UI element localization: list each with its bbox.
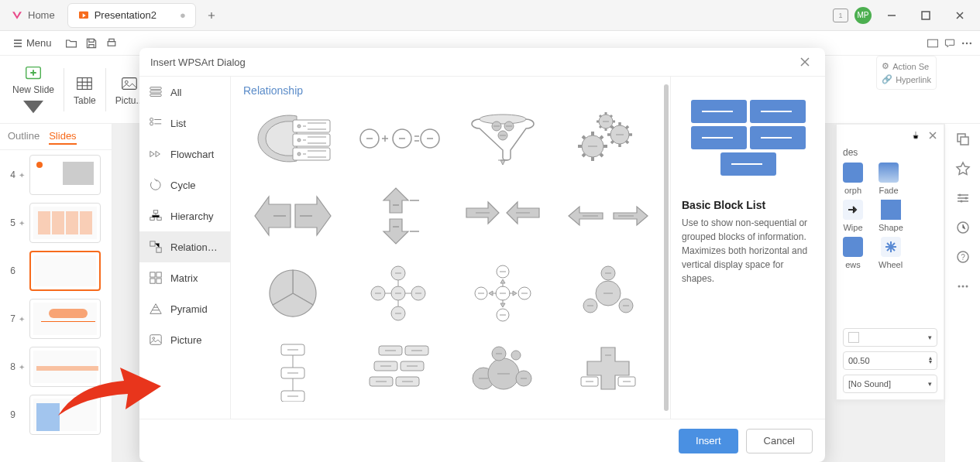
tab-outline[interactable]: Outline [8,128,40,145]
transition-morph[interactable]: orph [843,163,863,195]
maximize-button[interactable] [912,2,940,29]
comment-icon[interactable] [943,36,957,50]
category-all[interactable]: All [139,77,230,108]
diagram-option-opposing-arrows-h[interactable] [243,180,342,252]
diagram-option-org-chart[interactable] [243,335,342,406]
svg-point-24 [961,286,964,288]
sliders-icon[interactable] [955,190,971,206]
category-hierarchy[interactable]: Hierarchy [139,200,230,231]
diagram-option-nested-rings[interactable] [243,103,342,174]
svg-rect-16 [961,137,968,145]
diagram-option-funnel[interactable] [454,103,553,174]
right-ribbon-group: ⚙Action Se 🔗Hyperlink [876,56,937,90]
svg-point-45 [297,125,301,128]
pin-icon[interactable] [911,131,920,142]
diagram-option-staggered[interactable] [349,335,448,406]
titlebar: Home Presentation2 ● 1 MP [0,0,980,31]
svg-rect-27 [150,91,161,93]
duration-input[interactable]: 00.50▴▾ [843,351,937,370]
svg-point-47 [297,152,301,156]
diagram-option-opposing-arrows-pair[interactable] [454,180,553,252]
diagram-option-opposing-arrows-v[interactable] [349,180,448,252]
preview-image [682,87,814,188]
transition-shape[interactable]: Shape [879,200,903,232]
svg-point-46 [297,139,301,142]
diagram-option-counterbalance[interactable] [559,180,658,252]
diagram-option-pie[interactable] [243,258,342,329]
table-button[interactable]: Table [74,74,96,106]
svg-rect-3 [108,39,113,41]
print-icon[interactable] [105,36,119,50]
category-cycle[interactable]: Cycle [139,169,230,200]
open-file-icon[interactable] [64,36,78,50]
svg-point-19 [960,200,962,203]
diagram-option-cluster[interactable] [559,258,658,329]
history-icon[interactable] [955,220,971,235]
cancel-button[interactable]: Cancel [746,429,813,453]
presentation-icon [77,9,90,22]
window-index-icon[interactable]: 1 [833,9,848,22]
category-relationship[interactable]: Relations... [139,231,230,262]
slide-thumbnail[interactable]: 6 [5,251,107,291]
sound-select[interactable]: [No Sound]▾ [843,375,937,393]
category-sidebar: All List Flowchart Cycle Hierarchy Relat… [139,77,231,419]
slide-thumbnail[interactable]: 9 [5,395,107,435]
help-icon[interactable]: ? [955,249,971,265]
category-pyramid[interactable]: Pyramid [139,293,230,324]
textbox-icon[interactable] [926,36,940,50]
star-icon[interactable] [955,161,971,176]
more-options-icon[interactable] [955,279,971,294]
new-tab-button[interactable] [201,5,222,26]
slide-thumbnail[interactable]: 8✦ [5,347,107,387]
close-button[interactable] [946,2,974,29]
slide-thumbnail[interactable]: 7✦ [5,299,107,339]
hyperlink-button[interactable]: 🔗Hyperlink [882,74,931,84]
gallery-scrollbar[interactable] [664,84,669,411]
more-icon[interactable] [960,36,974,50]
diagram-option-bubbles[interactable] [454,335,553,406]
transition-news[interactable]: ews [843,237,863,269]
tab-document[interactable]: Presentation2 ● [67,3,196,28]
tab-home[interactable]: Home [2,3,64,28]
category-list[interactable]: List [139,108,230,139]
transition-fade[interactable]: Fade [879,163,899,195]
window-controls: 1 MP [833,2,980,29]
slides-list[interactable]: 4✦ 5✦ 6 7✦ 8✦ 9 [0,150,112,462]
insert-button[interactable]: Insert [679,429,738,453]
preview-panel: Basic Block List Use to show non-sequent… [670,77,825,419]
new-slide-button[interactable]: New Slide [12,63,54,117]
svg-rect-37 [156,272,161,277]
slide-thumbnail[interactable]: 4✦ [5,155,107,195]
category-flowchart[interactable]: Flowchart [139,139,230,169]
tab-slides[interactable]: Slides [49,128,76,145]
gallery: Relationship [231,77,670,419]
panel-close-icon[interactable] [928,131,937,142]
dialog-close-button[interactable] [796,53,814,71]
svg-point-6 [966,42,968,43]
category-matrix[interactable]: Matrix [139,262,230,293]
color-chip[interactable]: ▾ [843,328,937,347]
layers-icon[interactable] [955,132,971,147]
action-settings-button[interactable]: ⚙Action Se [882,61,931,71]
diagram-option-radial-arrows[interactable] [454,258,553,329]
tab-home-label: Home [28,9,55,21]
transition-wipe[interactable]: Wipe [843,200,863,232]
menu-button[interactable]: Menu [6,34,58,52]
diagram-option-gears[interactable] [559,103,658,174]
user-avatar[interactable]: MP [854,7,872,24]
diagram-option-radial-plus[interactable] [349,258,448,329]
diagram-option-equation[interactable] [349,103,448,174]
wps-logo-icon [11,9,23,22]
preview-title: Basic Block List [682,199,814,211]
svg-point-25 [965,286,968,288]
tab-doc-label: Presentation2 [95,9,156,21]
svg-point-84 [511,351,521,360]
save-icon[interactable] [84,36,98,50]
svg-rect-34 [150,241,155,246]
minimize-button[interactable] [878,2,906,29]
category-picture[interactable]: Picture [139,324,230,355]
menu-label: Menu [26,37,52,49]
transition-wheel[interactable]: Wheel [879,237,903,269]
slide-thumbnail[interactable]: 5✦ [5,203,107,243]
diagram-option-plus-grid[interactable] [559,335,658,406]
